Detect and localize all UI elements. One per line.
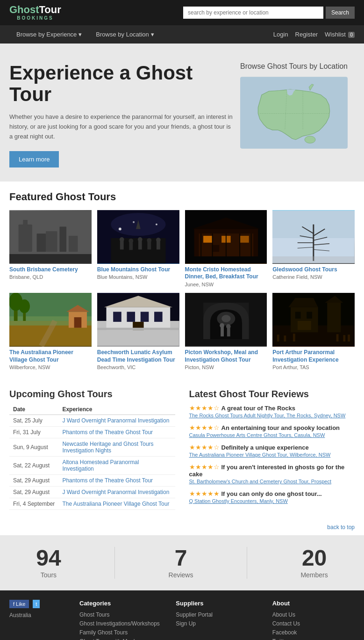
review-item: ★★★★☆An entertaining tour and spooky loc… <box>189 424 355 438</box>
svg-point-17 <box>156 223 157 225</box>
svg-rect-11 <box>69 236 78 252</box>
learn-more-button[interactable]: Learn more <box>9 151 59 167</box>
upcoming-section: Upcoming Ghost Tours Date Experience Sat… <box>9 389 175 510</box>
logo[interactable]: GhostTour BOOKINGS <box>9 5 61 21</box>
review-item: ★★★★☆Definitely a unique experienceThe A… <box>189 444 355 458</box>
hero-text: Experience a Ghost Tour Whether you have… <box>9 62 233 167</box>
nav-wishlist[interactable]: Wishlist 0 <box>325 31 355 38</box>
review-stars: ★★★★☆ <box>189 444 220 451</box>
review-text: An entertaining tour and spooky location <box>221 424 340 431</box>
upcoming-title: Upcoming Ghost Tours <box>9 389 175 400</box>
svg-point-1 <box>305 136 315 143</box>
svg-rect-92 <box>277 335 279 342</box>
logo-tour: Tour <box>39 4 61 15</box>
header: GhostTour BOOKINGS Search <box>0 0 364 25</box>
svg-rect-71 <box>127 312 135 321</box>
footer-about-link[interactable]: About Us <box>272 611 355 618</box>
tour-location-4: Wilberforce, NSW <box>9 364 92 370</box>
svg-rect-7 <box>23 220 28 227</box>
svg-point-22 <box>128 239 133 243</box>
svg-point-20 <box>120 237 124 242</box>
hero-title: Experience a Ghost Tour <box>9 62 233 105</box>
svg-rect-88 <box>327 303 341 332</box>
tour-name-3: Gledswood Ghost Tours <box>272 266 355 274</box>
upcoming-date: Sat, 29 August <box>9 487 58 498</box>
nav-location[interactable]: Browse by Location ▾ <box>89 25 161 44</box>
logo-ghost: Ghost <box>9 4 39 15</box>
nav-right: Login Register Wishlist 0 <box>273 31 355 38</box>
back-to-top[interactable]: back to top <box>0 519 364 535</box>
footer-supplier-link[interactable]: Sign Up <box>176 620 258 627</box>
chevron-down-icon: ▾ <box>79 31 82 38</box>
twitter-share[interactable]: t <box>33 600 40 608</box>
svg-rect-98 <box>298 321 311 330</box>
footer-category-link[interactable]: Ghost Tours with Meal <box>79 638 162 640</box>
nav-login[interactable]: Login <box>273 31 288 38</box>
search-input[interactable] <box>183 7 323 19</box>
tour-image-0 <box>9 210 92 264</box>
tour-name-0: South Brisbane Cemetery <box>9 266 92 274</box>
review-header: ★★★★☆Definitely a unique experience <box>189 444 355 451</box>
tour-name-2: Monte Cristo Homestead Dinner, Bed, Brea… <box>185 266 267 281</box>
upcoming-name[interactable]: Newcastle Heritage and Ghost Tours Inves… <box>58 438 175 457</box>
stats-section: 94 Tours 7 Reviews 20 Members <box>0 535 364 590</box>
reviews-section: Latest Ghost Tour Reviews ★★★★☆A great t… <box>189 389 355 510</box>
tour-image-2 <box>185 210 267 264</box>
upcoming-table: Date Experience Sat, 25 JulyJ Ward Overn… <box>9 404 175 510</box>
tour-card-3[interactable]: Gledswood Ghost Tours Catherine Field, N… <box>272 210 355 287</box>
svg-rect-33 <box>203 236 213 243</box>
nav: Browse by Experience ▾ Browse by Locatio… <box>0 25 364 44</box>
tour-location-1: Blue Mountains, NSW <box>97 274 179 280</box>
facebook-like-button[interactable]: f Like <box>9 600 29 608</box>
nav-register[interactable]: Register <box>295 31 318 38</box>
svg-point-28 <box>156 238 161 242</box>
review-header: ★★★★★If you can only do one ghost tour..… <box>189 490 355 497</box>
tour-card-5[interactable]: Beechworth Lunatic Asylum Dead Time Inve… <box>97 293 179 370</box>
review-link[interactable]: The Rocks Ghost Tours Adult Nightly Tour… <box>189 413 355 418</box>
footer-about-link[interactable]: Contact Us <box>272 620 355 627</box>
upcoming-date: Fri, 31 July <box>9 427 58 438</box>
review-link[interactable]: The Australiana Pioneer Village Ghost To… <box>189 452 355 458</box>
tour-card-0[interactable]: South Brisbane Cemetery Brisbane, QLD <box>9 210 92 287</box>
tours-grid: South Brisbane Cemetery Brisbane, QLD <box>9 210 355 370</box>
footer-supplier-link[interactable]: Supplier Portal <box>176 611 258 618</box>
footer-category-link[interactable]: Family Ghost Tours <box>79 629 162 636</box>
footer-category-link[interactable]: Ghost Tours <box>79 611 162 618</box>
tour-card-7[interactable]: Port Arthur Paranormal Investigation Exp… <box>272 293 355 370</box>
footer-about: About About UsContact UsFacebookTwitter <box>272 600 355 640</box>
svg-rect-65 <box>74 317 82 327</box>
upcoming-name[interactable]: Altona Homestead Paranormal Investigatio… <box>58 457 175 475</box>
tour-card-6[interactable]: Picton Workshop, Meal and Investigation … <box>185 293 267 370</box>
upcoming-name[interactable]: Phantoms of the Theatre Ghost Tour <box>58 427 175 438</box>
review-stars: ★★★★☆ <box>189 463 220 471</box>
tour-card-2[interactable]: Monte Cristo Homestead Dinner, Bed, Brea… <box>185 210 267 287</box>
search-button[interactable]: Search <box>326 7 355 19</box>
tour-card-4[interactable]: The Australiana Pioneer Village Ghost To… <box>9 293 92 370</box>
review-link[interactable]: Casula Powerhouse Arts Centre Ghost Tour… <box>189 432 355 438</box>
tour-card-1[interactable]: Blue Mountains Ghost Tour Blue Mountains… <box>97 210 179 287</box>
footer-category-link[interactable]: Ghost Investigations/Workshops <box>79 620 162 627</box>
svg-rect-42 <box>185 256 267 263</box>
australia-map[interactable] <box>240 75 348 150</box>
review-header: ★★★★☆A great tour of The Rocks <box>189 404 355 412</box>
nav-experience[interactable]: Browse by Experience ▾ <box>9 25 89 44</box>
review-link[interactable]: Q Station Ghostly Encounters, Manly, NSW <box>189 498 355 504</box>
review-stars: ★★★★☆ <box>189 424 220 431</box>
upcoming-name[interactable]: The Australiana Pioneer Village Ghost To… <box>58 498 175 510</box>
review-header: ★★★★☆An entertaining tour and spooky loc… <box>189 424 355 431</box>
tour-location-5: Beechworth, VIC <box>97 364 179 370</box>
footer-about-link[interactable]: Twitter <box>272 638 355 640</box>
upcoming-name[interactable]: J Ward Overnight Paranormal Investigatio… <box>58 415 175 427</box>
svg-rect-82 <box>227 327 230 337</box>
review-link[interactable]: St. Bartholomew's Church and Cemetery Gh… <box>189 479 355 484</box>
footer-about-link[interactable]: Facebook <box>272 629 355 636</box>
upcoming-name[interactable]: Phantoms of the Theatre Ghost Tour <box>58 475 175 487</box>
upcoming-name[interactable]: J Ward Overnight Paranormal Investigatio… <box>58 487 175 498</box>
stat-reviews-number: 7 <box>169 547 193 569</box>
footer: f Like t Australia Categories Ghost Tour… <box>0 590 364 640</box>
svg-rect-95 <box>336 334 339 342</box>
chevron-down-icon: ▾ <box>151 31 154 38</box>
tour-image-7 <box>272 293 355 347</box>
svg-rect-9 <box>46 231 57 252</box>
svg-rect-36 <box>212 245 219 252</box>
